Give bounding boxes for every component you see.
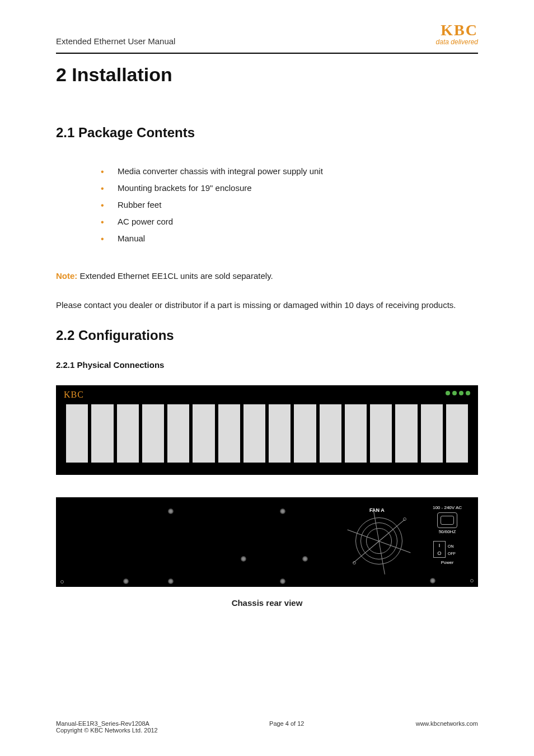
power-switch-icon: I O: [433, 541, 446, 558]
section-heading-package: 2.1 Package Contents: [56, 125, 478, 141]
footer-copyright: Copyright © KBC Networks Ltd. 2012: [56, 727, 158, 734]
slot: [370, 404, 392, 463]
switch-off-mark: O: [434, 549, 445, 557]
slot: [243, 404, 265, 463]
slot: [269, 404, 291, 463]
header-divider: [56, 53, 478, 54]
logo-subtitle: data delivered: [436, 38, 478, 46]
note-text: Extended Ethernet EE1CL units are sold s…: [77, 271, 273, 281]
power-label: Power: [422, 560, 472, 565]
ac-voltage-label: 100 - 240V AC: [422, 505, 472, 510]
screw-icon: [123, 578, 129, 584]
list-item: Rubber feet: [101, 197, 478, 213]
list-item: Manual: [101, 230, 478, 247]
screw-icon: [430, 578, 435, 584]
screw-icon: [168, 578, 174, 584]
list-item: Mounting brackets for 19" enclosure: [101, 180, 478, 197]
off-label: OFF: [448, 552, 456, 556]
slot: [294, 404, 316, 463]
page-footer: Manual-EE1R3_Series-Rev1208A Copyright ©…: [56, 720, 478, 734]
switch-on-mark: I: [434, 542, 445, 549]
screw-icon: [241, 556, 246, 562]
page-header: Extended Ethernet User Manual KBC data d…: [56, 21, 478, 49]
chassis-brand-label: KBC: [64, 390, 84, 400]
header-title: Extended Ethernet User Manual: [56, 36, 175, 46]
contact-paragraph: Please contact you dealer or distributor…: [56, 298, 478, 312]
screw-icon: [302, 556, 308, 562]
module-slots: [66, 404, 468, 463]
footer-doc: Manual-EE1R3_Series-Rev1208A: [56, 720, 158, 727]
power-block: 100 - 240V AC 50/60HZ I O ON OFF Power: [422, 505, 472, 578]
screw-icon: [280, 578, 285, 584]
list-item: AC power cord: [101, 213, 478, 230]
slot: [446, 404, 468, 463]
power-switch-row: I O ON OFF: [422, 538, 472, 558]
ac-hz-label: 50/60HZ: [422, 529, 472, 534]
slot: [142, 404, 164, 463]
slot: [167, 404, 189, 463]
status-leds: [446, 391, 470, 395]
fan-label: FAN A: [369, 507, 385, 513]
switch-labels: ON OFF: [448, 544, 456, 556]
page: Extended Ethernet User Manual KBC data d…: [0, 0, 534, 756]
footer-page: Page 4 of 12: [158, 720, 416, 734]
screw-icon: [470, 579, 474, 582]
slot: [91, 404, 113, 463]
led-icon: [446, 391, 450, 395]
fan-icon: [355, 517, 402, 564]
slot: [218, 404, 240, 463]
slot: [66, 404, 88, 463]
footer-left: Manual-EE1R3_Series-Rev1208A Copyright ©…: [56, 720, 158, 734]
slot: [395, 404, 417, 463]
package-list: Media converter chassis with integral po…: [56, 163, 478, 247]
chassis-front-figure: KBC: [56, 385, 478, 475]
screw-icon: [280, 508, 285, 514]
list-item: Media converter chassis with integral po…: [101, 163, 478, 180]
note-label: Note:: [56, 271, 77, 281]
slot: [345, 404, 367, 463]
footer-url: www.kbcnetworks.com: [416, 720, 478, 734]
iec-socket-icon: [437, 512, 457, 528]
figure-caption: Chassis rear view: [56, 598, 478, 608]
chassis-rear-figure: FAN A 100 - 240V AC 50/60HZ I O ON OFF: [56, 497, 478, 587]
on-label: ON: [448, 544, 456, 548]
led-icon: [466, 391, 470, 395]
led-icon: [459, 391, 463, 395]
slot: [193, 404, 214, 463]
chapter-heading: 2 Installation: [56, 64, 478, 86]
screw-icon: [60, 580, 64, 584]
slot: [117, 404, 139, 463]
note-paragraph: Note: Extended Ethernet EE1CL units are …: [56, 269, 478, 283]
logo-text: KBC: [436, 21, 478, 39]
screw-icon: [403, 517, 406, 521]
screw-icon: [353, 561, 356, 564]
screw-icon: [168, 508, 174, 514]
subsection-heading-physical: 2.2.1 Physical Connections: [56, 360, 478, 370]
led-icon: [452, 391, 457, 395]
logo: KBC data delivered: [436, 21, 478, 46]
section-heading-config: 2.2 Configurations: [56, 328, 478, 343]
slot: [320, 404, 341, 463]
slot: [421, 404, 443, 463]
